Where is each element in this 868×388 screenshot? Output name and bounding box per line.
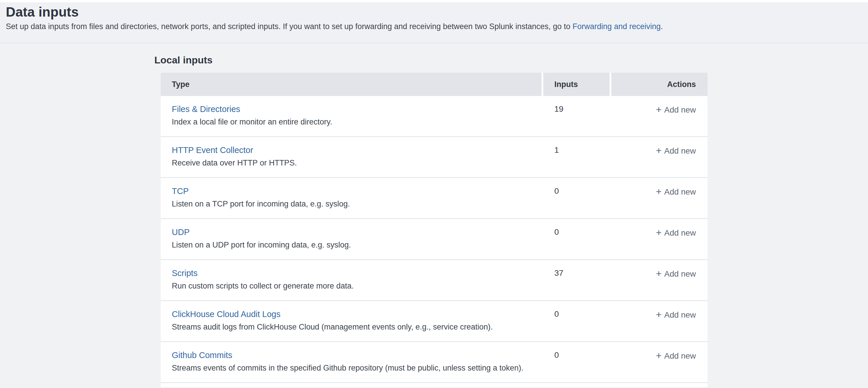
add-new-label: Add new <box>664 228 696 237</box>
inputs-count: 0 <box>543 178 611 218</box>
inputs-count: 0 <box>543 342 611 382</box>
local-inputs-heading: Local inputs <box>154 54 868 65</box>
input-type-description: Receive data over HTTP or HTTPS. <box>172 158 532 168</box>
table-row: Github Commits Streams events of commits… <box>161 341 708 382</box>
inputs-count: 19 <box>543 96 611 136</box>
plus-icon: + <box>656 104 661 115</box>
add-new-button[interactable]: +Add new <box>656 351 696 360</box>
plus-icon: + <box>656 145 661 156</box>
input-type-link[interactable]: TCP <box>172 186 189 196</box>
input-type-link[interactable]: Files & Directories <box>172 104 240 114</box>
add-new-label: Add new <box>664 187 696 196</box>
input-type-link[interactable]: UDP <box>172 227 189 237</box>
add-new-label: Add new <box>664 310 696 319</box>
column-header-actions: Actions <box>611 73 708 96</box>
add-new-label: Add new <box>664 269 696 278</box>
table-header-row: Type Inputs Actions <box>161 73 708 96</box>
top-edge-strip <box>0 0 868 2</box>
table-row: Scripts Run custom scripts to collect or… <box>161 259 708 300</box>
actions-cell: +Add new <box>611 96 708 136</box>
add-new-button[interactable]: +Add new <box>656 228 696 237</box>
page-title: Data inputs <box>6 4 856 20</box>
add-new-button[interactable]: +Add new <box>656 105 696 114</box>
add-new-label: Add new <box>664 351 696 360</box>
local-inputs-table: Type Inputs Actions Files & Directories … <box>161 73 708 387</box>
table-row: ClickHouse Cloud Audit Logs Streams audi… <box>161 300 708 341</box>
add-new-button[interactable]: +Add new <box>656 146 696 155</box>
page-description: Set up data inputs from files and direct… <box>6 22 856 31</box>
input-type-description: Streams audit logs from ClickHouse Cloud… <box>172 322 532 332</box>
inputs-count: 1 <box>543 137 611 177</box>
page-description-text: Set up data inputs from files and direct… <box>6 22 573 31</box>
table-body: Files & Directories Index a local file o… <box>161 96 708 382</box>
table-row: TCP Listen on a TCP port for incoming da… <box>161 177 708 218</box>
plus-icon: + <box>656 227 661 238</box>
input-type-link[interactable]: Github Commits <box>172 350 232 360</box>
actions-cell: +Add new <box>611 178 708 218</box>
add-new-button[interactable]: +Add new <box>656 310 696 319</box>
type-cell: Files & Directories Index a local file o… <box>161 96 543 136</box>
actions-cell: +Add new <box>611 137 708 177</box>
plus-icon: + <box>656 268 661 279</box>
content-area: Local inputs Type Inputs Actions Files &… <box>0 54 868 387</box>
add-new-label: Add new <box>664 105 696 114</box>
plus-icon: + <box>656 309 661 320</box>
actions-cell: +Add new <box>611 342 708 382</box>
inputs-count: 37 <box>543 260 611 300</box>
plus-icon: + <box>656 350 661 361</box>
page-description-period: . <box>661 22 663 31</box>
table-row: HTTP Event Collector Receive data over H… <box>161 136 708 177</box>
type-cell: Scripts Run custom scripts to collect or… <box>161 260 543 300</box>
page-header: Data inputs Set up data inputs from file… <box>0 2 868 43</box>
inputs-count: 0 <box>543 301 611 341</box>
next-row-partial <box>161 382 708 387</box>
table-row: Files & Directories Index a local file o… <box>161 96 708 136</box>
column-header-type: Type <box>161 73 541 96</box>
input-type-description: Index a local file or monitor an entire … <box>172 117 532 127</box>
add-new-button[interactable]: +Add new <box>656 187 696 196</box>
add-new-button[interactable]: +Add new <box>656 269 696 278</box>
input-type-description: Listen on a UDP port for incoming data, … <box>172 240 532 250</box>
type-cell: TCP Listen on a TCP port for incoming da… <box>161 178 543 218</box>
actions-cell: +Add new <box>611 219 708 259</box>
type-cell: ClickHouse Cloud Audit Logs Streams audi… <box>161 301 543 341</box>
type-cell: Github Commits Streams events of commits… <box>161 342 543 382</box>
input-type-link[interactable]: Scripts <box>172 268 198 278</box>
add-new-label: Add new <box>664 146 696 155</box>
input-type-description: Listen on a TCP port for incoming data, … <box>172 199 532 209</box>
inputs-count: 0 <box>543 219 611 259</box>
table-row: UDP Listen on a UDP port for incoming da… <box>161 218 708 259</box>
input-type-link[interactable]: ClickHouse Cloud Audit Logs <box>172 309 280 319</box>
input-type-link[interactable]: HTTP Event Collector <box>172 145 253 155</box>
input-type-description: Run custom scripts to collect or generat… <box>172 281 532 291</box>
type-cell: HTTP Event Collector Receive data over H… <box>161 137 543 177</box>
actions-cell: +Add new <box>611 260 708 300</box>
column-header-inputs: Inputs <box>543 73 610 96</box>
plus-icon: + <box>656 186 661 197</box>
input-type-description: Streams events of commits in the specifi… <box>172 363 532 373</box>
actions-cell: +Add new <box>611 301 708 341</box>
type-cell: UDP Listen on a UDP port for incoming da… <box>161 219 543 259</box>
forwarding-and-receiving-link[interactable]: Forwarding and receiving <box>573 22 661 31</box>
